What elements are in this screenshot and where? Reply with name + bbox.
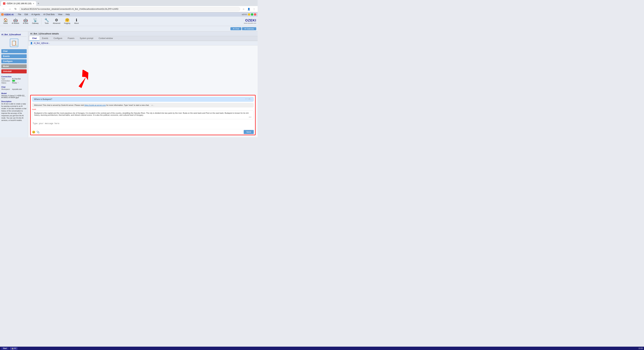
chat-input-area [31, 121, 255, 129]
sidebar-chat-btn[interactable]: Chat [1, 49, 27, 53]
hugging-label: Hugging [64, 22, 70, 24]
back-button[interactable]: ← [1, 7, 6, 11]
arrow-indicator [74, 70, 94, 91]
status-help-icon[interactable]: ? [18, 82, 18, 84]
ai-bots-label: AI Bots [23, 22, 28, 24]
win-minimize[interactable]: admin [242, 13, 247, 16]
ozeki-logo: OZEKI www.myozeki.com [244, 19, 256, 24]
menu-edit[interactable]: Edit [23, 13, 30, 16]
toolbar-tools[interactable]: 🔧 Tools [42, 18, 51, 25]
menu-ai-agents[interactable]: AI Agents [30, 13, 42, 16]
toolbar-home[interactable]: 🏠 Home [1, 18, 10, 25]
menu-ai-chat-bots[interactable]: AI Chat Bots [42, 13, 56, 16]
profile-btn[interactable]: 👤 [246, 8, 251, 11]
browser-tab-bar: Z OZEKI 10 (192.168.93.110) × + [0, 0, 258, 6]
chat-user-icon: 👤 [30, 42, 33, 44]
refresh-button[interactable]: ↻ [14, 7, 18, 11]
app-title-bar: O OZEKI AI File Edit AI Agents AI Chat B… [0, 12, 258, 17]
tab-configure[interactable]: Configure [51, 36, 65, 41]
message-input[interactable] [32, 122, 254, 128]
toolbar-separator [41, 18, 42, 25]
window-controls: admin [242, 13, 256, 16]
main-layout: AI_Bot_1@localhost 📋 ✔ Chat Events Confi… [0, 31, 258, 137]
toolbar-hugging[interactable]: 🤗 Hugging [62, 18, 72, 25]
main-toolbar: 🏠 Home 🤖 AI Models 🤖 AI Bots 📡 Gateway 🔧… [0, 17, 258, 26]
sidebar-configure-btn[interactable]: Configure [1, 59, 27, 63]
hugging-icon: 🤗 [65, 18, 70, 22]
toolbar-gateway[interactable]: 📡 Gateway [30, 18, 40, 25]
workspace-label: Workspace: [1, 88, 12, 90]
description-text: An AI bot is able to create a reply by p… [1, 103, 27, 122]
menu-file[interactable]: File [16, 13, 23, 16]
workspace-value: myozeki.com [12, 88, 22, 90]
bookmark-btn[interactable]: ☆ [242, 8, 246, 11]
highlighted-messages: Where is Budapest? ✓✓ 13:... Welcome! Th… [31, 95, 255, 121]
browser-tab[interactable]: Z OZEKI 10 (192.168.93.110) × [1, 1, 36, 6]
tools-label: Tools [45, 22, 49, 24]
tab-events[interactable]: Events [40, 36, 51, 41]
home-icon: 🏠 [3, 18, 8, 22]
emoji-icon[interactable]: 😊 [32, 130, 36, 134]
connection-section-title: Connection [1, 76, 27, 78]
ai-bots-icon: 🤖 [23, 18, 28, 22]
home-label: Home [3, 22, 8, 24]
ai-models-label: AI Models [12, 22, 19, 24]
ai-chat-btn[interactable]: AI Chat [230, 27, 241, 30]
content-header: AI_Bot_1@localhost details [28, 31, 258, 36]
model-value: Hermes-3-Llama-3.1-405B-IQ2_M-00001-of-0… [1, 95, 27, 98]
connection-type-label: Type: [1, 78, 12, 80]
app-logo: O OZEKI AI [1, 13, 14, 16]
red-arrow-svg [74, 70, 94, 90]
sidebar-uninstall-btn[interactable]: Uninstall [1, 69, 27, 73]
new-tab-button[interactable]: + [36, 2, 41, 5]
toolbar-ai-models[interactable]: 🤖 AI Models [10, 18, 21, 25]
message-bot-welcome: Welcome! This chat is served by Ozeki AI… [32, 103, 254, 107]
content-area: AI_Bot_1@localhost details Chat Events C… [28, 31, 258, 137]
message-user-time: ✓✓ 13:... [245, 98, 252, 100]
bot-answer-footer: ▲▲ [34, 116, 252, 118]
app-logo-text: OZEKI AI [4, 13, 14, 16]
tab-powers[interactable]: Powers [65, 36, 77, 41]
bot-welcome-text: Welcome! This chat is served by Ozeki AI… [34, 104, 84, 106]
toolbar-ai-bots[interactable]: 🤖 AI Bots [21, 18, 30, 25]
attach-icon[interactable]: 📎 [36, 130, 40, 134]
sidebar-events-btn[interactable]: Events [1, 54, 27, 58]
chat-section-title: Chat [1, 86, 27, 88]
url-input[interactable] [19, 7, 240, 11]
ai-gateway-btn[interactable]: AI Gateway [242, 27, 256, 30]
toolbar-advanced[interactable]: ⚙ Advanced [51, 18, 62, 25]
tab-system-prompt[interactable]: System prompt [77, 36, 96, 41]
sidebar-model-btn[interactable]: Model [1, 64, 27, 68]
bot-icon-container: 📋 ✔ [1, 38, 27, 48]
forward-button[interactable]: → [8, 7, 12, 11]
chat-area: 👤 AI_Bot_1@local... Where is Budapest? ✓… [28, 41, 258, 137]
menu-help[interactable]: Help [64, 13, 72, 16]
sidebar-title: AI_Bot_1@localhost [1, 33, 27, 37]
bot-welcome-time: 13:... [151, 104, 154, 106]
workspace-row: Workspace: myozeki.com [1, 88, 27, 90]
message-bot-answer: Budapest is the capital and the most pop… [32, 110, 254, 119]
send-button[interactable]: Send [244, 130, 254, 134]
win-minimize-btn[interactable] [248, 13, 250, 16]
ozeki-logo-text: OZEKI [245, 19, 256, 22]
menu-view[interactable]: View [56, 13, 64, 16]
win-close-btn[interactable] [254, 13, 256, 16]
chat-user-row: 👤 AI_Bot_1@local... [28, 41, 258, 46]
win-maximize-btn[interactable] [251, 13, 253, 16]
ozeki-link[interactable]: https://ozeki-ai-server.com [84, 104, 106, 106]
sidebar-bot-icon: 📋 ✔ [10, 39, 18, 47]
connection-status-dot [12, 80, 15, 82]
tab-favicon: Z [3, 2, 5, 5]
content-tabs: Chat Events Configure Powers System prom… [28, 36, 258, 41]
address-bar: ← → ↻ ☆ 👤 ⋮ [0, 6, 258, 12]
sidebar: AI_Bot_1@localhost 📋 ✔ Chat Events Confi… [0, 31, 28, 137]
about-label: About [74, 22, 79, 24]
tab-context-window[interactable]: Context window [96, 36, 116, 41]
toolbar-about[interactable]: ℹ About [72, 18, 81, 25]
advanced-label: Advanced [53, 22, 60, 24]
settings-btn[interactable]: ⋮ [252, 8, 256, 11]
connection-section: Connection Type: AI Chat Bot Connection:… [1, 76, 27, 84]
status-value: Ready [12, 82, 17, 84]
tab-close-btn[interactable]: × [33, 2, 34, 5]
tab-chat[interactable]: Chat [30, 36, 40, 41]
